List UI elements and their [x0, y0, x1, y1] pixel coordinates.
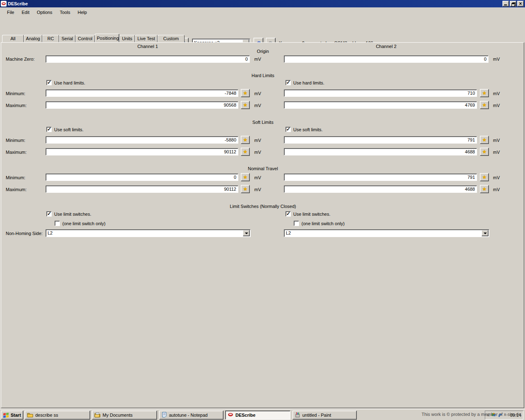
menu-options[interactable]: Options [33, 9, 56, 16]
ch1-nominal-max-input[interactable]: 90112 [46, 185, 238, 193]
menu-help[interactable]: Help [74, 9, 91, 16]
my-documents-icon [94, 412, 100, 418]
minimize-button[interactable] [502, 1, 509, 7]
ch2-nominal-max-star-button[interactable]: ★ [480, 185, 489, 193]
notepad-icon [162, 412, 167, 418]
start-button[interactable]: Start [1, 411, 23, 420]
taskbar: Start describe ss My Documents autotune … [0, 409, 525, 420]
tab-analog[interactable]: Analog [24, 35, 42, 42]
ch2-soft-max-unit: mV [493, 150, 500, 155]
task-label: describe ss [35, 413, 58, 418]
ch2-nominal-min-input[interactable]: 791 [284, 173, 477, 181]
describe-app-icon [228, 412, 233, 418]
ch1-hard-min-input[interactable]: -7848 [46, 89, 238, 97]
tab-strip: All Inputs Analog RC Serial Control Posi… [2, 35, 185, 43]
close-button[interactable]: × [517, 1, 524, 7]
ch2-use-soft-limits-checkbox[interactable] [285, 127, 291, 132]
start-label: Start [11, 413, 21, 418]
ch2-nominal-max-unit: mV [493, 187, 500, 192]
ch1-use-limit-switches-checkbox[interactable] [46, 211, 52, 217]
tray-network-icon[interactable] [498, 412, 503, 418]
tab-units[interactable]: Units [119, 35, 135, 42]
ch2-nominal-max-input[interactable]: 4688 [284, 185, 477, 193]
ch2-machine-zero-unit: mV [493, 57, 500, 62]
ch1-hard-min-star-button[interactable]: ★ [241, 89, 250, 97]
ch1-hard-max-star-button[interactable]: ★ [241, 101, 250, 109]
ch1-non-homing-arrow-button[interactable] [243, 230, 250, 236]
ch2-hard-min-star-button[interactable]: ★ [480, 89, 489, 97]
ch1-nominal-max-unit: mV [254, 187, 261, 192]
titlebar[interactable]: DEScribe × [0, 0, 525, 7]
ch2-nominal-min-star-button[interactable]: ★ [480, 173, 489, 181]
ch1-hard-max-unit: mV [254, 103, 261, 108]
task-autotune-notepad[interactable]: autotune - Notepad [159, 411, 224, 420]
system-tray[interactable]: « 09:14 [485, 411, 523, 420]
hard-min-label: Minimum: [6, 91, 25, 96]
tray-expand-icon[interactable]: « [487, 412, 490, 418]
ch2-hard-max-input[interactable]: 4769 [284, 101, 477, 109]
nominal-min-label: Minimum: [6, 175, 25, 180]
task-describe-ss[interactable]: describe ss [25, 411, 90, 420]
tab-live-test[interactable]: Live Test [135, 35, 158, 42]
ch1-use-limit-switches-label: Use limit switches. [54, 212, 91, 217]
task-untitled-paint[interactable]: untitled - Paint [292, 411, 357, 420]
channel1-title: Channel 1 [46, 44, 250, 49]
star-icon: ★ [243, 91, 248, 96]
tab-rc[interactable]: RC [42, 35, 59, 42]
star-icon: ★ [482, 175, 487, 180]
ch2-soft-min-unit: mV [493, 138, 500, 143]
ch1-machine-zero-unit: mV [254, 57, 261, 62]
ch1-one-limit-switch-checkbox[interactable] [55, 221, 60, 226]
ch1-use-hard-limits-label: Use hard limits. [54, 80, 85, 85]
ch2-soft-max-star-button[interactable]: ★ [480, 148, 489, 156]
ch2-use-hard-limits-checkbox[interactable] [285, 80, 291, 85]
star-icon: ★ [482, 149, 487, 154]
ch2-hard-min-input[interactable]: 710 [284, 89, 477, 97]
ch2-non-homing-side-select[interactable]: L2 [284, 229, 489, 237]
tray-messenger-icon[interactable] [491, 412, 496, 418]
ch1-machine-zero-input[interactable]: 0 [46, 55, 250, 63]
ch1-use-soft-limits-checkbox[interactable] [46, 127, 52, 132]
ch1-nominal-min-star-button[interactable]: ★ [241, 173, 250, 181]
restore-icon [511, 2, 515, 5]
task-my-documents[interactable]: My Documents [92, 411, 157, 420]
ch1-use-hard-limits-checkbox[interactable] [46, 80, 52, 85]
menu-tools[interactable]: Tools [56, 9, 74, 16]
ch1-nominal-min-input[interactable]: 0 [46, 173, 238, 181]
ch1-soft-min-unit: mV [254, 138, 261, 143]
tab-custom-test[interactable]: Custom Test [158, 35, 185, 42]
task-describe-active[interactable]: DEScribe [225, 411, 290, 420]
chevron-down-icon [484, 233, 487, 234]
ch1-soft-min-star-button[interactable]: ★ [241, 136, 250, 144]
ch1-soft-max-input[interactable]: 90112 [46, 148, 238, 155]
ch1-nominal-max-star-button[interactable]: ★ [241, 185, 250, 193]
ch2-use-limit-switches-checkbox[interactable] [285, 211, 291, 217]
ch2-soft-min-star-button[interactable]: ★ [480, 136, 489, 144]
ch2-one-limit-switch-checkbox[interactable] [294, 221, 299, 226]
tab-control[interactable]: Control [75, 35, 95, 42]
ch2-machine-zero-input[interactable]: 0 [284, 55, 488, 63]
star-icon: ★ [243, 103, 248, 107]
ch1-hard-max-input[interactable]: 90568 [46, 101, 238, 109]
star-icon: ★ [243, 187, 248, 192]
ch1-soft-min-input[interactable]: -5880 [46, 136, 238, 144]
window-title: DEScribe [8, 1, 28, 6]
menu-file[interactable]: File [3, 9, 18, 16]
ch2-one-limit-switch-label: (one limit switch only) [301, 221, 345, 226]
restore-button[interactable] [510, 1, 516, 7]
tab-all-inputs[interactable]: All Inputs [2, 35, 24, 42]
tab-serial[interactable]: Serial [59, 35, 75, 42]
tab-positioning[interactable]: Positioning [95, 34, 119, 42]
ch2-soft-max-input[interactable]: 4688 [284, 148, 477, 155]
ch1-non-homing-side-select[interactable]: L2 [46, 229, 251, 237]
ch1-one-limit-switch-label: (one limit switch only) [62, 221, 105, 226]
ch2-soft-min-input[interactable]: 791 [284, 136, 477, 144]
ch2-hard-max-star-button[interactable]: ★ [480, 101, 489, 109]
folder-icon [27, 412, 33, 418]
menu-edit[interactable]: Edit [18, 9, 33, 16]
ch1-soft-max-star-button[interactable]: ★ [241, 148, 250, 156]
star-icon: ★ [482, 91, 487, 96]
task-label: autotune - Notepad [169, 413, 208, 418]
task-label: My Documents [103, 413, 132, 418]
ch2-non-homing-arrow-button[interactable] [482, 230, 488, 236]
